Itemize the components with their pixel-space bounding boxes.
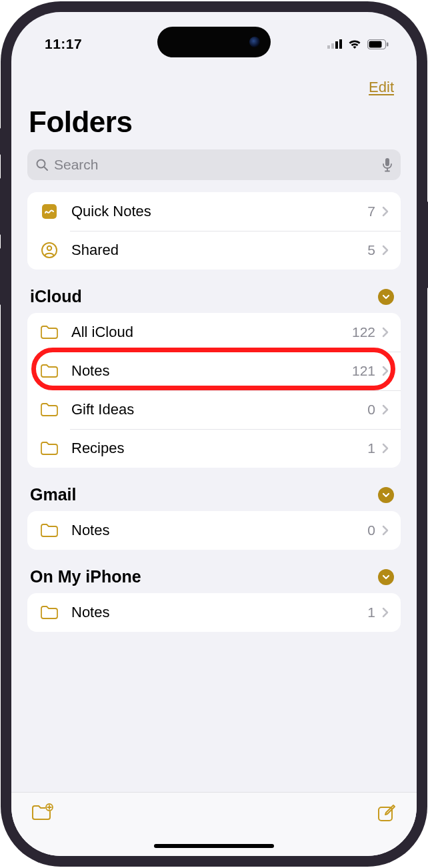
svg-point-14 <box>47 246 51 250</box>
side-button <box>0 128 1 155</box>
folder-count: 7 <box>367 203 375 220</box>
folder-label: Gift Ideas <box>71 401 367 418</box>
chevron-right-icon <box>382 245 389 256</box>
section-title: iCloud <box>30 287 82 306</box>
folder-icon <box>39 325 59 340</box>
folder-label: Recipes <box>71 440 367 457</box>
section-title: On My iPhone <box>30 567 141 586</box>
chevron-right-icon <box>382 443 389 454</box>
folder-icon <box>39 605 59 620</box>
folder-count: 1 <box>367 604 375 620</box>
quicknotes-icon <box>39 203 59 220</box>
folder-row[interactable]: Notes 1 <box>27 593 401 632</box>
chevron-right-icon <box>382 327 389 338</box>
folder-row[interactable]: Notes 0 <box>27 511 401 550</box>
page-title: Folders <box>26 100 402 145</box>
folder-row-highlighted[interactable]: Notes 121 <box>27 352 401 390</box>
icloud-folders-card: All iCloud 122 Notes 121 Gift Ideas 0 <box>27 313 401 468</box>
folder-label: All iCloud <box>71 324 352 341</box>
svg-rect-6 <box>387 42 389 46</box>
svg-rect-2 <box>335 41 338 49</box>
svg-line-8 <box>44 167 47 170</box>
section-collapse-button[interactable] <box>378 487 394 503</box>
section-title: Gmail <box>30 485 76 504</box>
folder-label: Notes <box>71 604 367 621</box>
svg-rect-1 <box>331 43 334 49</box>
side-button <box>0 248 1 305</box>
svg-rect-3 <box>339 39 342 49</box>
folder-icon <box>39 364 59 378</box>
folder-label: Notes <box>71 362 352 380</box>
section-header-icloud: iCloud <box>26 270 402 313</box>
camera-lens <box>249 37 260 47</box>
search-icon <box>35 158 49 171</box>
smart-folders-card: Quick Notes 7 Shared 5 <box>27 192 401 270</box>
svg-rect-9 <box>385 158 389 166</box>
chevron-right-icon <box>382 366 389 376</box>
onmyiphone-folders-card: Notes 1 <box>27 593 401 632</box>
search-input[interactable]: Search <box>27 149 401 180</box>
device-frame: 11:17 Edit Folders <box>1 1 427 867</box>
chevron-right-icon <box>382 607 389 618</box>
chevron-right-icon <box>382 206 389 217</box>
folder-count: 121 <box>352 363 375 379</box>
new-folder-button[interactable] <box>31 803 54 822</box>
folder-icon <box>39 402 59 417</box>
folder-count: 0 <box>367 402 375 418</box>
folder-row[interactable]: Recipes 1 <box>27 429 401 468</box>
screen: 11:17 Edit Folders <box>11 12 417 856</box>
battery-icon <box>367 39 389 49</box>
folder-count: 5 <box>367 242 375 258</box>
folder-row-shared[interactable]: Shared 5 <box>27 231 401 270</box>
folder-count: 0 <box>367 522 375 538</box>
dynamic-island <box>157 27 271 57</box>
wifi-icon <box>347 39 362 49</box>
cellular-icon <box>327 39 342 49</box>
folder-count: 1 <box>367 440 375 456</box>
folder-icon <box>39 441 59 456</box>
side-button <box>0 178 1 235</box>
status-time: 11:17 <box>45 36 82 52</box>
section-header-gmail: Gmail <box>26 468 402 511</box>
chevron-right-icon <box>382 404 389 415</box>
edit-button[interactable]: Edit <box>369 79 394 96</box>
folder-row[interactable]: All iCloud 122 <box>27 313 401 352</box>
folder-label: Notes <box>71 522 367 539</box>
mic-icon[interactable] <box>382 157 393 172</box>
folder-row-quick-notes[interactable]: Quick Notes 7 <box>27 192 401 231</box>
search-placeholder: Search <box>54 157 382 173</box>
chevron-right-icon <box>382 525 389 536</box>
folder-count: 122 <box>352 324 375 340</box>
section-collapse-button[interactable] <box>378 569 394 585</box>
folder-label: Shared <box>71 242 367 259</box>
section-collapse-button[interactable] <box>378 289 394 305</box>
home-indicator[interactable] <box>154 844 274 848</box>
section-header-onmyiphone: On My iPhone <box>26 550 402 593</box>
folder-icon <box>39 523 59 538</box>
shared-icon <box>39 242 59 259</box>
compose-button[interactable] <box>377 803 397 823</box>
svg-rect-5 <box>369 41 382 47</box>
folder-row[interactable]: Gift Ideas 0 <box>27 390 401 429</box>
gmail-folders-card: Notes 0 <box>27 511 401 550</box>
folder-label: Quick Notes <box>71 203 367 220</box>
svg-rect-0 <box>327 45 330 49</box>
